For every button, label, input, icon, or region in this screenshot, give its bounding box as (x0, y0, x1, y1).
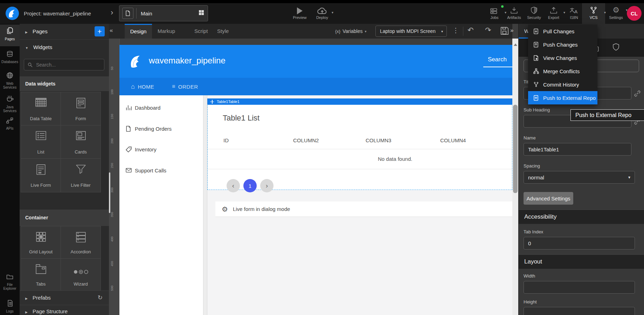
accordion-icon (76, 232, 86, 242)
tab-index-input[interactable] (524, 237, 635, 249)
widget-tile-wizard[interactable]: Wizard (61, 258, 101, 291)
pagination-current-page[interactable]: 1 (243, 179, 257, 192)
scrollbar-thumb[interactable] (513, 105, 518, 193)
widget-search-box[interactable] (24, 59, 104, 70)
wavemaker-logo[interactable] (6, 7, 19, 20)
height-field-input[interactable] (524, 307, 635, 315)
redo-icon[interactable]: ↷ (485, 26, 491, 34)
menu-item-label: Commit History (543, 82, 579, 88)
advanced-settings-button[interactable]: Advanced Settings (524, 192, 573, 205)
vcs-button[interactable]: ▾ VCS (582, 3, 605, 24)
width-field-input[interactable] (524, 281, 635, 294)
i18n-button[interactable]: A I18N (564, 5, 584, 20)
widget-tile-form[interactable]: Form (61, 92, 101, 126)
expand-panel-icon[interactable]: » (510, 27, 513, 34)
undo-icon[interactable]: ↶ (468, 26, 474, 34)
selected-widget-table[interactable]: Table1Table1 Table1 List ID COLUMN2 COLU… (207, 98, 512, 190)
tab-markup[interactable]: Markup (158, 24, 175, 39)
spacing-select[interactable]: normal ▾ (524, 171, 635, 184)
rail-item-file-explorer[interactable]: File Explorer (0, 274, 20, 290)
settings-label: Settings (606, 15, 626, 20)
i18n-language-icon: A (570, 7, 578, 14)
variables-button[interactable]: {x} Variables ▾ (335, 24, 367, 39)
add-page-button[interactable]: + (95, 26, 105, 36)
scroll-up-icon[interactable] (514, 43, 517, 46)
pagination-prev-button[interactable]: ‹ (227, 179, 240, 192)
column-header-column4[interactable]: COLUMN4 (440, 137, 466, 143)
widget-tile-cards[interactable]: Cards (61, 125, 101, 159)
rail-item-apis[interactable]: APIs (0, 117, 20, 130)
menu-item-push-to-external-repo[interactable]: Push to External Repo (528, 91, 597, 104)
layout-section-header[interactable]: Layout (519, 254, 644, 269)
side-menu-pending-orders[interactable]: Pending Orders (119, 121, 203, 136)
widget-selection-tag[interactable]: Table1Table1 (207, 98, 512, 105)
nav-item-order[interactable]: ≡ ORDER (172, 78, 198, 95)
widgets-section-row[interactable]: ▼ Widgets (20, 39, 109, 55)
page-splitter[interactable] (203, 95, 207, 315)
nav-item-home[interactable]: ⌂ HOME (131, 78, 154, 95)
rail-item-logs[interactable]: Logs (0, 300, 20, 313)
expand-right-icon: ▶ (25, 30, 28, 34)
rail-item-pages[interactable]: Pages (0, 25, 20, 46)
bind-link-icon[interactable] (634, 90, 640, 98)
pagination-next-button[interactable]: › (260, 179, 273, 192)
widget-tile-tabs[interactable]: Tabs (21, 258, 61, 291)
widget-tile-list[interactable]: List (21, 125, 61, 159)
menu-item-view-changes[interactable]: View Changes (528, 51, 597, 64)
app-header[interactable]: wavemaker_pipeline Search (119, 45, 512, 78)
column-header-id[interactable]: ID (223, 137, 229, 143)
pages-section-header[interactable]: ▶ Pages (25, 28, 48, 34)
widget-tile-data-table[interactable]: Data Table (21, 92, 61, 126)
app-search-link[interactable]: Search (488, 56, 507, 63)
save-icon[interactable] (500, 27, 509, 36)
pages-grid-icon[interactable] (199, 10, 204, 17)
tab-style[interactable]: Style (217, 24, 229, 39)
widget-tile-live-filter[interactable]: Live Filter (61, 158, 101, 192)
vcs-label: VCS (584, 15, 603, 20)
menu-item-commit-history[interactable]: Commit History (528, 78, 597, 91)
side-menu-inventory[interactable]: Inventory (119, 142, 203, 157)
column-header-column2[interactable]: COLUMN2 (293, 137, 319, 143)
menu-item-pull-changes[interactable]: Pull Changes (528, 25, 597, 38)
name-field-input[interactable] (524, 143, 631, 156)
deploy-button[interactable]: ▾ Deploy (312, 5, 332, 20)
refresh-icon[interactable]: ↻ (98, 294, 103, 301)
settings-button[interactable]: ⚙ ▾ Settings (606, 5, 626, 20)
widget-search-input[interactable] (35, 62, 96, 68)
rail-item-databases[interactable]: Databases (0, 51, 20, 64)
page-tab-main[interactable]: Main (119, 5, 208, 21)
avatar[interactable]: CL (627, 6, 642, 21)
side-menu-support-calls[interactable]: Support Calls (119, 163, 203, 178)
jobs-button[interactable]: ▾ Jobs (485, 5, 504, 20)
export-button[interactable]: ▾ Export (544, 5, 563, 20)
collapse-panel-icon[interactable]: « (110, 27, 113, 34)
rail-item-web-services[interactable]: Web Services (0, 72, 20, 89)
move-handle-icon[interactable] (210, 100, 214, 104)
menu-item-push-changes[interactable]: Push Changes (528, 38, 597, 51)
side-menu-dashboard[interactable]: Dashboard (119, 100, 203, 115)
tab-script[interactable]: Script (194, 24, 208, 39)
more-options-icon[interactable]: ⋮ (452, 26, 459, 34)
prefabs-section-row[interactable]: ▶ Prefabs ↻ (20, 290, 109, 305)
canvas-scrollbar[interactable] (512, 39, 518, 315)
menu-item-merge-conflicts[interactable]: Merge Conflicts (528, 64, 597, 78)
panel-scrollbar-thumb[interactable] (109, 172, 110, 213)
device-select[interactable]: Laptop with MDPI Screen ▾ (375, 26, 447, 37)
tile-label: Form (61, 116, 101, 121)
artifacts-button[interactable]: Artifacts (504, 5, 524, 20)
widget-tile-accordion[interactable]: Accordion (61, 226, 101, 259)
height-field-label: Height (524, 299, 537, 304)
tab-design[interactable]: Design (125, 24, 152, 40)
page-structure-section-row[interactable]: ▶ Page Structure (20, 305, 109, 315)
security-button[interactable]: Security (524, 5, 544, 20)
accessibility-section-header[interactable]: Accessibility (519, 210, 644, 224)
column-header-column3[interactable]: COLUMN3 (366, 137, 391, 143)
live-form-dialog-widget[interactable]: ⚙ Live form in dialog mode (215, 201, 512, 217)
rail-item-java-services[interactable]: Java Services (0, 95, 20, 113)
widget-tile-grid-layout[interactable]: Grid Layout (21, 226, 61, 259)
shield-outline-icon[interactable] (612, 43, 619, 53)
preview-button[interactable]: Preview (290, 5, 310, 20)
widget-tile-live-form[interactable]: Live Form (21, 158, 61, 192)
sub-heading-field-label: Sub Heading (524, 107, 550, 112)
deploy-chevron-icon: ▾ (332, 11, 333, 14)
